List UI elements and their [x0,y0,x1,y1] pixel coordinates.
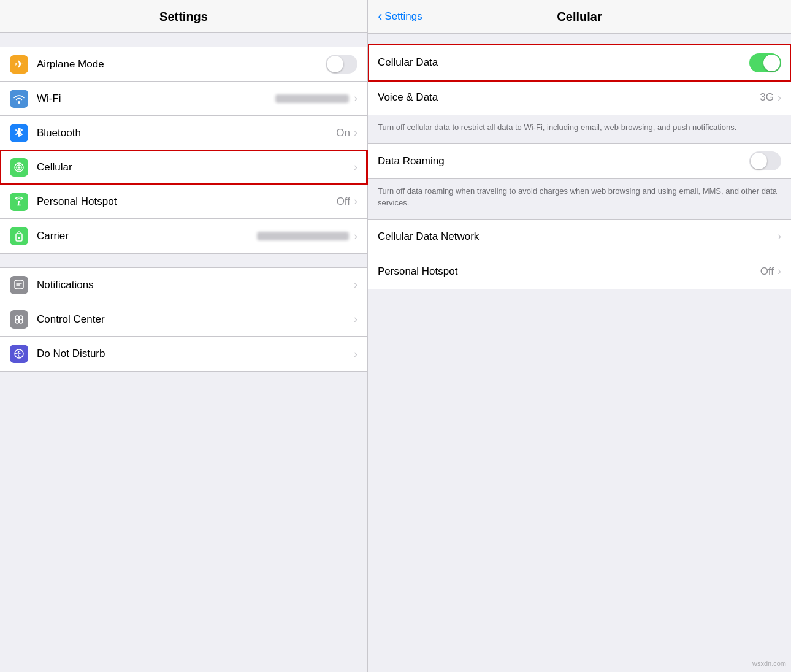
cellular-label: Cellular [37,161,354,174]
svg-point-13 [15,319,19,323]
cellular-data-description: Turn off cellular data to restrict all d… [368,115,791,143]
airplane-mode-row[interactable]: ✈ Airplane Mode [0,47,367,82]
cellular-icon [10,158,28,177]
carrier-chevron: › [354,230,357,243]
personal-hotspot-chevron: › [354,195,357,208]
right-header: ‹ Settings Cellular [368,0,791,34]
do-not-disturb-label: Do Not Disturb [37,348,354,360]
right-group2: Voice & Data 3G › [368,80,791,115]
personal-hotspot-label: Personal Hotspot [37,196,337,208]
notifications-label: Notifications [37,279,354,291]
bluetooth-icon [10,124,28,142]
control-center-label: Control Center [37,313,354,326]
voice-data-chevron: › [778,91,781,104]
svg-rect-8 [15,280,23,289]
wifi-row[interactable]: Wi-Fi › [0,82,367,116]
left-title: Settings [159,10,208,23]
personal-hotspot-right-label: Personal Hotspot [378,265,760,278]
bluetooth-row[interactable]: Bluetooth On › [0,116,367,150]
right-title: Cellular [557,10,602,24]
right-group5: Personal Hotspot Off › [368,254,791,289]
notifications-icon [10,276,28,294]
left-group1: ✈ Airplane Mode Wi-Fi › [0,47,367,254]
airplane-mode-label: Airplane Mode [37,58,326,71]
back-button[interactable]: ‹ Settings [378,9,422,25]
data-roaming-label: Data Roaming [378,155,749,167]
bluetooth-chevron: › [354,126,357,139]
svg-point-11 [15,316,19,319]
cellular-data-network-label: Cellular Data Network [378,231,778,243]
do-not-disturb-icon [10,345,28,363]
data-roaming-desc-text: Turn off data roaming when traveling to … [378,186,777,208]
do-not-disturb-chevron: › [354,348,357,361]
airplane-mode-toggle-knob [327,56,343,72]
personal-hotspot-right-value: Off [760,265,774,278]
control-center-icon [10,310,28,329]
svg-point-12 [19,316,23,319]
right-group3: Data Roaming [368,143,791,179]
bluetooth-value: On [336,127,350,139]
carrier-row[interactable]: Carrier › [0,219,367,253]
right-panel: ‹ Settings Cellular Cellular Data Voice … [368,0,791,672]
carrier-icon [10,227,28,245]
cellular-data-network-row[interactable]: Cellular Data Network › [368,220,791,254]
right-content: Cellular Data Voice & Data 3G › Turn off… [368,34,791,672]
cellular-data-desc-text: Turn off cellular data to restrict all d… [378,123,736,132]
back-chevron-icon: ‹ [378,9,382,25]
notifications-chevron: › [354,278,357,291]
cellular-data-row[interactable]: Cellular Data [368,45,791,80]
watermark: wsxdn.com [752,660,786,667]
voice-data-row[interactable]: Voice & Data 3G › [368,80,791,115]
cellular-data-label: Cellular Data [378,56,749,69]
wifi-label: Wi-Fi [37,93,275,105]
left-group2: Notifications › Control Center › [0,267,367,372]
data-roaming-row[interactable]: Data Roaming [368,144,791,178]
cellular-row[interactable]: Cellular › [0,150,367,185]
right-group1: Cellular Data [368,45,791,80]
left-panel: Settings ✈ Airplane Mode Wi-Fi › [0,0,368,672]
data-roaming-description: Turn off data roaming when traveling to … [368,179,791,219]
voice-data-value: 3G [760,91,774,104]
carrier-value-blurred [257,232,349,240]
do-not-disturb-row[interactable]: Do Not Disturb › [0,337,367,371]
personal-hotspot-icon [10,193,28,211]
svg-point-14 [19,319,23,323]
personal-hotspot-right-row[interactable]: Personal Hotspot Off › [368,254,791,289]
airplane-mode-icon: ✈ [10,55,28,74]
carrier-label: Carrier [37,230,257,242]
voice-data-label: Voice & Data [378,91,760,104]
control-center-chevron: › [354,313,357,326]
cellular-data-network-chevron: › [778,230,781,243]
cellular-data-toggle[interactable] [749,53,781,72]
personal-hotspot-value: Off [337,196,350,208]
back-label: Settings [384,10,422,23]
cellular-chevron: › [354,161,357,174]
svg-point-7 [18,237,20,239]
data-roaming-toggle-knob [751,153,767,169]
wifi-icon [10,90,28,108]
wifi-chevron: › [354,92,357,105]
control-center-row[interactable]: Control Center › [0,302,367,337]
bluetooth-label: Bluetooth [37,127,336,139]
personal-hotspot-right-chevron: › [778,265,781,278]
airplane-mode-toggle[interactable] [326,55,357,74]
data-roaming-toggle[interactable] [749,151,781,170]
left-header: Settings [0,0,367,33]
personal-hotspot-row[interactable]: Personal Hotspot Off › [0,185,367,219]
right-group4: Cellular Data Network › [368,219,791,254]
wifi-value-blurred [275,94,349,103]
cellular-data-toggle-knob [763,55,780,71]
notifications-row[interactable]: Notifications › [0,268,367,302]
